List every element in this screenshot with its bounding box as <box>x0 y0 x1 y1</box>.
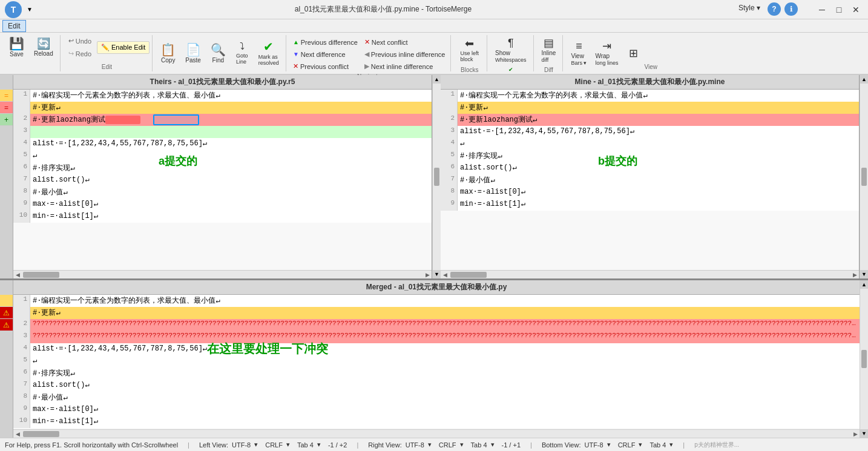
bottom-tab: Tab 4 <box>649 441 666 449</box>
left-vscroll-down[interactable]: ▼ <box>433 270 441 278</box>
minimize-button[interactable]: ─ <box>815 2 829 17</box>
menu-edit[interactable]: Edit <box>2 20 26 32</box>
right-hscrollbar[interactable]: ◀ ▶ <box>441 270 859 278</box>
mark-resolved-button[interactable]: ✔ Mark asresolved <box>254 38 283 68</box>
table-row: #·更新↵ <box>441 102 859 114</box>
left-view-label: Left View: <box>199 441 228 449</box>
left-vscroll-thumb[interactable] <box>434 168 439 186</box>
maximize-button[interactable]: □ <box>832 2 846 17</box>
merged-hscroll-left[interactable]: ◀ <box>13 431 22 437</box>
table-row: 9 max·=·alist[0]↵ <box>13 404 860 416</box>
enable-edit-button[interactable]: ✏️ Enable Edit <box>97 41 150 54</box>
whitespace-check[interactable]: ✔ <box>508 67 513 73</box>
table-row: 7 #·最小值↵ <box>441 174 859 186</box>
paste-button[interactable]: 📄 Paste <box>181 41 205 66</box>
right-hscroll-left-arrow[interactable]: ◀ <box>441 272 449 278</box>
next-conflict-button[interactable]: ✕ Next conflict <box>361 36 449 48</box>
merged-hscrollbar[interactable]: ◀ ▶ <box>13 429 860 438</box>
close-button[interactable]: ✕ <box>849 2 863 17</box>
copy-button[interactable]: 📋 Copy <box>156 41 180 66</box>
left-vscroll-up[interactable]: ▲ <box>433 75 441 84</box>
redo-button[interactable]: ↪ Redo <box>64 48 96 59</box>
titlebar-dropdown[interactable]: ▼ <box>27 6 33 13</box>
toolbar-group-blocks: ⬅ Use leftblock Blocks <box>452 35 487 71</box>
save-icon: 💾 <box>9 38 24 50</box>
merged-vscrollbar[interactable]: ▲ ▼ <box>860 280 868 438</box>
merged-hscroll-right[interactable]: ▶ <box>851 431 860 437</box>
table-row: 8 max·=·alist[0]↵ <box>441 186 859 199</box>
info-button[interactable]: ℹ <box>784 2 798 16</box>
right-hscroll-right-arrow[interactable]: ▶ <box>850 272 859 278</box>
next-diff-button[interactable]: ▼ Next difference <box>290 48 361 60</box>
merged-gutter-conflict-2: ⚠ <box>0 307 13 319</box>
style-button[interactable]: Style ▾ <box>734 2 765 17</box>
merged-hscroll-thumb[interactable] <box>23 431 59 437</box>
left-panel-content[interactable]: 1 #·编程实现一个元素全为数字的列表，求最大值、最小值↵ #·更新↵ 2 #·… <box>13 90 432 270</box>
left-hscroll-right-arrow[interactable]: ▶ <box>423 272 432 278</box>
copy-icon: 📋 <box>160 44 176 56</box>
table-row: 7 alist.sort()↵ <box>13 380 860 392</box>
file-buttons-row: 💾 Save 🔄 Reload <box>5 35 58 60</box>
goto-line-button[interactable]: ⤵ GotoLine <box>231 39 253 67</box>
table-row: 3 alist·=·[1,232,43,4,55,767,787,8,75,56… <box>441 126 859 138</box>
wrap-icon: ⇥ <box>602 41 611 51</box>
diff-label: Diff <box>544 65 553 74</box>
help-button[interactable]: ? <box>768 2 781 16</box>
merged-panel-content[interactable]: 1 #·编程实现一个元素全为数字的列表，求最大值、最小值↵ #·更新↵ 2 ??… <box>13 295 860 429</box>
view-extra-button[interactable]: ⊞ <box>622 45 644 61</box>
left-hscroll-left-arrow[interactable]: ◀ <box>13 272 22 278</box>
right-panel-header: Mine - al_01找元素里最大值和最小值.py.mine <box>441 75 859 90</box>
prev-inline-button[interactable]: ◀ Previous inline difference <box>361 48 449 60</box>
merged-gutter-changed <box>0 295 13 307</box>
use-left-block-button[interactable]: ⬅ Use leftblock <box>455 35 484 65</box>
save-button[interactable]: 💾 Save <box>5 35 28 60</box>
window-title: al_01找元素里最大值和最小值.py.mine - TortoiseMerge <box>33 4 734 15</box>
prev-diff-button[interactable]: ▲ Previous difference <box>290 36 361 48</box>
reload-icon: 🔄 <box>37 38 50 49</box>
right-vscroll-up[interactable]: ▲ <box>860 75 868 84</box>
next-inline-button[interactable]: ▶ Next inline difference <box>361 61 449 72</box>
right-tab: Tab 4 <box>471 441 487 449</box>
up-arrow-icon: ▲ <box>293 39 299 45</box>
find-button[interactable]: 🔍 Find <box>206 41 230 66</box>
right-hscroll-thumb[interactable] <box>450 272 487 278</box>
diff-bottom: ⚠ ⚠ Merged - al_01找元素里最大值和最小值.py 1 #·编程实… <box>0 280 868 438</box>
view-bars-button[interactable]: ≡ ViewBars ▾ <box>567 38 591 68</box>
toolbar-group-copy: 📋 Copy 📄 Paste 🔍 Find ⤵ GotoLine ✔ Mark … <box>154 35 286 71</box>
prev-conflict-button[interactable]: ✕ Previous conflict <box>290 61 361 72</box>
merged-vscroll-thumb[interactable] <box>861 350 867 368</box>
down-arrow-icon: ▼ <box>293 51 299 58</box>
left-hscroll-thumb[interactable] <box>23 272 59 278</box>
view-bars-icon: ≡ <box>576 41 582 51</box>
table-row: 1 #·编程实现一个元素全为数字的列表，求最大值、最小值↵ <box>441 90 859 102</box>
right-panel-content[interactable]: 1 #·编程实现一个元素全为数字的列表，求最大值、最小值↵ #·更新↵ 2 #·… <box>441 90 859 270</box>
undo-icon: ↩ <box>68 37 74 45</box>
wrap-long-lines-button[interactable]: ⇥ Wraplong lines <box>591 38 622 68</box>
inline-diff-button[interactable]: ▤ Inlinediff <box>538 35 561 65</box>
left-encoding: UTF-8 <box>232 441 251 449</box>
merged-gutter: ⚠ ⚠ <box>0 280 13 438</box>
toolbar-group-navigate: ▲ Previous difference ✕ Next conflict ▼ … <box>288 35 452 71</box>
show-whitespaces-button[interactable]: ¶ ShowWhitespaces <box>491 35 531 65</box>
right-vscroll-down[interactable]: ▼ <box>860 270 868 278</box>
statusbar: For Help, press F1. Scroll horizontally … <box>0 438 868 451</box>
right-vscrollbar[interactable]: ▲ ▼ <box>860 75 868 278</box>
left-hscrollbar[interactable]: ◀ ▶ <box>13 270 432 278</box>
left-pos: -1 / +2 <box>328 441 347 449</box>
merged-panel-header: Merged - al_01找元素里最大值和最小值.py <box>13 280 860 295</box>
right-vscroll-thumb[interactable] <box>861 168 867 186</box>
merged-vscroll-down[interactable]: ▼ <box>860 429 868 438</box>
toolbar-group-edit: ↩ Undo ↪ Redo ✏️ Enable Edit Edit <box>62 35 153 71</box>
undo-button[interactable]: ↩ Undo <box>64 35 96 47</box>
right-encoding: UTF-8 <box>406 441 424 449</box>
whitespace-icon: ¶ <box>508 38 514 48</box>
edit-group-label: Edit <box>64 62 150 71</box>
reload-button[interactable]: 🔄 Reload <box>30 36 58 59</box>
left-panel: Theirs - al_01找元素里最大值和最小值.py.r5 1 #·编程实现… <box>13 75 432 278</box>
paste-icon: 📄 <box>186 44 201 56</box>
table-row: 1 #·编程实现一个元素全为数字的列表，求最大值、最小值↵ <box>13 295 860 307</box>
left-vscrollbar[interactable]: ▲ ▼ <box>432 75 441 278</box>
table-row: 5 ↵ <box>13 355 860 367</box>
toolbar-group-file: 💾 Save 🔄 Reload <box>2 35 61 71</box>
merged-vscroll-up[interactable]: ▲ <box>860 280 868 289</box>
